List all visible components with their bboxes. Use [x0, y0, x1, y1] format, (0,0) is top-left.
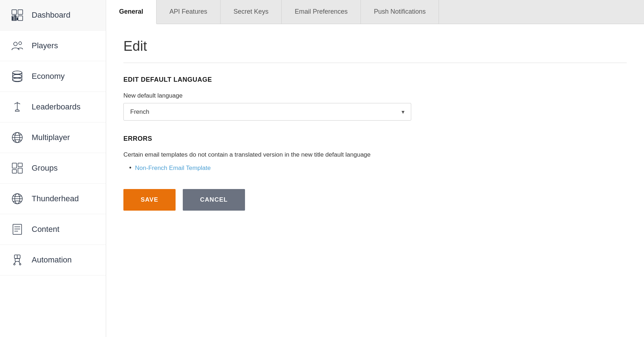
automation-icon [10, 253, 24, 267]
sidebar-item-automation-label: Automation [32, 255, 72, 265]
svg-rect-0 [12, 10, 17, 14]
language-select-wrapper: English French Spanish German Italian Po… [123, 103, 411, 121]
sidebar-item-players-label: Players [32, 41, 58, 50]
thunderhead-icon [10, 192, 24, 206]
language-field-label: New default language [123, 92, 627, 99]
svg-rect-18 [12, 170, 17, 173]
errors-section-title: ERRORS [123, 135, 627, 143]
edit-language-section-title: EDIT DEFAULT LANGUAGE [123, 76, 627, 84]
sidebar-item-content-label: Content [32, 225, 59, 234]
sidebar-item-economy-label: Economy [32, 72, 65, 81]
error-list-item: • Non-French Email Template [129, 164, 627, 172]
edit-default-language-section: EDIT DEFAULT LANGUAGE New default langua… [123, 76, 627, 121]
main-content: General API Features Secret Keys Email P… [106, 0, 644, 337]
economy-icon [10, 69, 24, 84]
svg-rect-24 [13, 224, 22, 234]
svg-rect-4 [12, 17, 14, 20]
svg-rect-6 [17, 18, 18, 20]
groups-icon [10, 161, 24, 175]
sidebar-item-leaderboards[interactable]: Leaderboards [0, 92, 106, 122]
players-icon [10, 39, 24, 53]
language-select[interactable]: English French Spanish German Italian Po… [123, 103, 411, 121]
svg-line-30 [14, 261, 16, 264]
sidebar-item-leaderboards-label: Leaderboards [32, 102, 81, 112]
svg-rect-5 [14, 15, 16, 20]
svg-point-32 [14, 264, 15, 265]
page-content: Edit EDIT DEFAULT LANGUAGE New default l… [106, 24, 644, 337]
tab-general[interactable]: General [106, 0, 157, 24]
svg-rect-29 [15, 259, 19, 261]
tab-secret-keys[interactable]: Secret Keys [221, 0, 282, 24]
save-button[interactable]: SAVE [123, 189, 176, 211]
errors-description: Certain email templates do not contain a… [123, 151, 627, 158]
sidebar-item-dashboard-label: Dashboard [32, 10, 71, 20]
sidebar-item-automation[interactable]: Automation [0, 245, 106, 275]
sidebar-item-thunderhead[interactable]: Thunderhead [0, 184, 106, 214]
sidebar-item-multiplayer-label: Multiplayer [32, 133, 70, 142]
content-icon [10, 222, 24, 237]
multiplayer-icon [10, 130, 24, 145]
dashboard-icon [10, 8, 24, 22]
svg-line-31 [19, 261, 20, 264]
svg-point-7 [14, 42, 17, 46]
tab-bar: General API Features Secret Keys Email P… [106, 0, 644, 24]
tab-email-preferences[interactable]: Email Preferences [282, 0, 361, 24]
svg-rect-1 [18, 10, 23, 14]
sidebar-item-dashboard[interactable]: Dashboard [0, 0, 106, 31]
page-title: Edit [123, 39, 627, 54]
error-template-link[interactable]: Non-French Email Template [135, 165, 210, 172]
sidebar-item-content[interactable]: Content [0, 214, 106, 245]
title-divider [123, 63, 627, 63]
sidebar: Dashboard Players [0, 0, 106, 337]
sidebar-item-economy[interactable]: Economy [0, 61, 106, 92]
sidebar-item-groups-label: Groups [32, 163, 58, 173]
errors-section: ERRORS Certain email templates do not co… [123, 135, 627, 172]
svg-point-8 [19, 42, 22, 45]
bullet-point: • [129, 164, 131, 172]
sidebar-item-players[interactable]: Players [0, 31, 106, 61]
form-actions: SAVE CANCEL [123, 189, 627, 211]
tab-push-notifications[interactable]: Push Notifications [361, 0, 439, 24]
sidebar-item-multiplayer[interactable]: Multiplayer [0, 122, 106, 153]
leaderboards-icon [10, 100, 24, 114]
tab-api-features[interactable]: API Features [157, 0, 221, 24]
svg-point-34 [17, 256, 18, 257]
svg-rect-19 [18, 163, 22, 167]
svg-rect-17 [12, 163, 17, 168]
svg-rect-20 [18, 168, 22, 173]
sidebar-item-thunderhead-label: Thunderhead [32, 194, 79, 203]
cancel-button[interactable]: CANCEL [183, 189, 245, 211]
svg-rect-3 [18, 16, 23, 21]
sidebar-item-groups[interactable]: Groups [0, 153, 106, 184]
svg-point-33 [19, 264, 21, 265]
